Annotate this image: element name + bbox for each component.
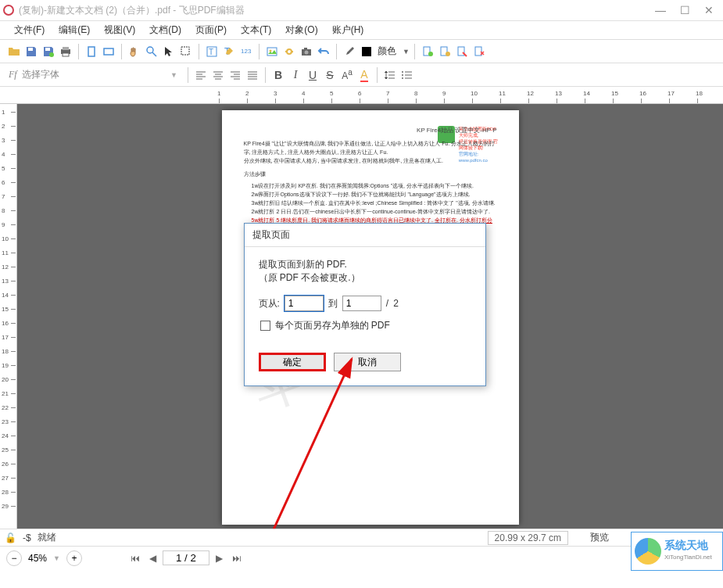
page-nav: ⏮ ◀ ▶ ⏭	[127, 550, 245, 565]
undo-icon[interactable]	[316, 44, 331, 59]
to-input[interactable]	[342, 296, 381, 311]
page-dimensions: 20.99 x 29.7 cm	[488, 531, 568, 545]
strikethrough-icon[interactable]: S	[322, 67, 338, 83]
svg-line-9	[152, 52, 156, 56]
superscript-icon[interactable]: Aa	[339, 67, 355, 83]
save-as-icon[interactable]	[41, 44, 56, 59]
separate-pdf-checkbox[interactable]	[260, 321, 270, 331]
menu-document[interactable]: 文档(D)	[143, 22, 188, 38]
dropdown-icon[interactable]: ▼	[403, 48, 410, 56]
slash: /	[386, 298, 388, 309]
ruler-vertical: 1234567891011121314151617181920212223242…	[0, 104, 17, 529]
portrait-icon[interactable]	[84, 44, 99, 59]
doc-tool1-icon[interactable]	[420, 44, 435, 59]
extract-pages-dialog: 提取页面 提取页面到新的 PDF. （原 PDF 不会被更改.） 页从: 到 /…	[244, 223, 486, 386]
open-icon[interactable]	[6, 44, 22, 59]
svg-rect-15	[267, 48, 277, 56]
align-left-icon[interactable]	[193, 67, 209, 83]
svg-rect-6	[88, 47, 95, 56]
link-icon[interactable]	[281, 44, 297, 59]
font-placeholder: 选择字体	[22, 68, 59, 81]
doc-tool2-icon[interactable]	[437, 44, 453, 59]
print-icon[interactable]	[58, 44, 73, 59]
svg-point-18	[305, 50, 309, 54]
zoom-out-button[interactable]: −	[6, 550, 22, 566]
first-page-button[interactable]: ⏮	[127, 553, 143, 564]
italic-icon[interactable]: I	[288, 67, 303, 83]
save-icon[interactable]	[23, 44, 39, 59]
landscape-icon[interactable]	[101, 44, 116, 59]
underline-icon[interactable]: U	[305, 67, 320, 83]
svg-rect-10	[181, 47, 189, 55]
menubar: 文件(F) 编辑(E) 视图(V) 文档(D) 页面(P) 文本(T) 对象(O…	[0, 21, 723, 40]
menu-file[interactable]: 文件(F)	[8, 22, 51, 38]
text-edit-icon[interactable]: T	[221, 44, 237, 59]
doc-tool4-icon[interactable]	[471, 44, 487, 59]
zoom-icon[interactable]	[144, 44, 159, 59]
menu-view[interactable]: 视图(V)	[98, 22, 141, 38]
app-icon	[3, 5, 14, 16]
menu-edit[interactable]: 编辑(E)	[52, 22, 96, 38]
hand-icon[interactable]	[127, 44, 142, 59]
align-justify-icon[interactable]	[245, 67, 260, 83]
close-button[interactable]: ✕	[704, 4, 714, 16]
prev-page-button[interactable]: ◀	[146, 553, 159, 564]
zoom-dropdown-icon[interactable]: ▼	[53, 554, 60, 562]
dialog-subtitle: 提取页面到新的 PDF. （原 PDF 不会被更改.）	[259, 258, 471, 285]
svg-point-8	[147, 47, 153, 53]
brand-badge: 系统天地 XiTongTianDi.net	[631, 532, 723, 571]
cancel-button[interactable]: 取消	[334, 353, 401, 371]
toolbar-format: Ff 选择字体 ▼ B I U S Aa A	[0, 63, 723, 87]
svg-rect-4	[63, 47, 69, 50]
menu-text[interactable]: 文本(T)	[234, 22, 277, 38]
doc-tool3-icon[interactable]	[454, 44, 470, 59]
to-label: 到	[328, 297, 338, 310]
svg-point-27	[402, 71, 403, 73]
svg-text:123: 123	[241, 48, 252, 55]
brand-logo-icon	[635, 538, 661, 565]
svg-rect-1	[45, 48, 50, 51]
select-icon[interactable]	[178, 44, 194, 59]
text-icon[interactable]: T	[204, 44, 220, 59]
preview-label[interactable]: 预览	[590, 531, 609, 544]
fontcolor-icon[interactable]: A	[356, 67, 372, 83]
menu-object[interactable]: 对象(O)	[279, 22, 324, 38]
minimize-button[interactable]: —	[655, 4, 666, 16]
camera-icon[interactable]	[299, 44, 314, 59]
page-input[interactable]	[163, 550, 209, 565]
svg-rect-25	[458, 47, 464, 56]
window-title: (复制)-新建文本文档 (2)（合并）.pdf - 飞思PDF编辑器	[19, 4, 655, 17]
align-center-icon[interactable]	[210, 67, 226, 83]
bold-icon[interactable]: B	[270, 67, 286, 83]
zoom-in-button[interactable]: +	[66, 550, 82, 566]
maximize-button[interactable]: ☐	[680, 4, 690, 16]
last-page-button[interactable]: ⏭	[229, 553, 245, 564]
pointer-icon[interactable]	[161, 44, 177, 59]
svg-text:T: T	[209, 48, 213, 56]
color-label: 颜色	[378, 45, 396, 58]
text-num-icon[interactable]: 123	[238, 44, 254, 59]
image-icon[interactable]	[264, 44, 280, 59]
align-right-icon[interactable]	[227, 67, 243, 83]
color-swatch-icon[interactable]	[359, 44, 374, 59]
svg-rect-19	[304, 48, 307, 50]
total-pages: 2	[393, 298, 399, 309]
svg-rect-20	[362, 47, 371, 56]
canvas[interactable]: 苹 英文改版图新PDF大师完成, 经是转换器管理,官网体验下载! 官网地址: w…	[17, 104, 723, 529]
menu-page[interactable]: 页面(P)	[189, 22, 233, 38]
next-page-button[interactable]: ▶	[213, 553, 226, 564]
status-text: 就绪	[38, 531, 56, 544]
svg-rect-0	[28, 48, 33, 51]
list-icon[interactable]	[399, 67, 415, 83]
from-input[interactable]	[285, 296, 324, 311]
brand-url: XiTongTianDi.net	[664, 551, 712, 563]
menu-account[interactable]: 账户(H)	[326, 22, 370, 38]
font-selector[interactable]: Ff 选择字体 ▼	[3, 66, 183, 84]
svg-point-28	[402, 74, 403, 76]
line-spacing-icon[interactable]	[382, 67, 398, 83]
svg-point-24	[446, 52, 450, 56]
ok-button[interactable]: 确定	[259, 353, 326, 371]
eyedropper-icon[interactable]	[342, 44, 357, 59]
zoom-value: 45%	[28, 553, 47, 564]
workarea: 1234567891011121314151617181920212223242…	[0, 104, 723, 529]
